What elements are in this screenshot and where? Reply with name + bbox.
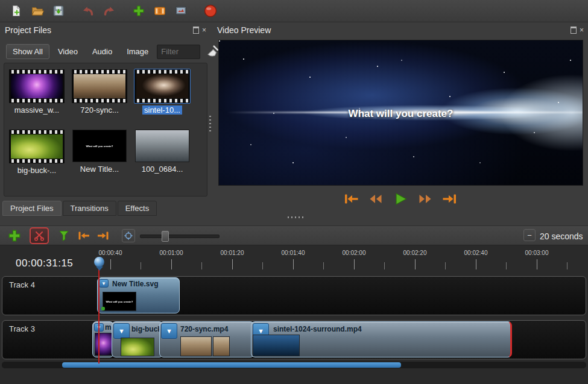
project-files-title: Project Files xyxy=(5,25,51,36)
timeline-scrollbar-thumb[interactable] xyxy=(62,362,401,368)
title-thumbnail: What will you create? xyxy=(72,130,127,162)
undo-button[interactable] xyxy=(79,2,97,20)
ruler-tick xyxy=(445,262,446,269)
play-button[interactable] xyxy=(390,190,411,207)
ruler-tick-label: 00:02:40 xyxy=(464,250,488,256)
export-video-button[interactable] xyxy=(201,2,220,20)
track-name: Track 4 xyxy=(9,280,35,289)
clip-720-sync[interactable]: ▼ 720-sync.mp4 xyxy=(159,321,254,357)
clip-menu-chevron-icon[interactable]: ▼ xyxy=(113,323,130,339)
undock-icon[interactable] xyxy=(193,27,199,34)
playhead-line xyxy=(98,269,100,364)
video-preview-frame[interactable]: What will you create? xyxy=(218,40,583,186)
audio-filter-button[interactable]: Audio xyxy=(86,45,118,58)
file-item[interactable]: What will you create? New Title... xyxy=(68,127,131,187)
clip-massive[interactable]: ▼ m xyxy=(92,321,114,357)
image-filter-button[interactable]: Image xyxy=(121,45,154,58)
tab-transitions[interactable]: Transitions xyxy=(63,201,116,216)
clip-thumbnail xyxy=(253,335,300,356)
center-playhead-button[interactable] xyxy=(122,229,135,242)
ruler-tick xyxy=(415,259,416,269)
main-toolbar xyxy=(0,0,588,22)
close-icon[interactable]: × xyxy=(202,27,206,33)
horizontal-splitter-handle[interactable] xyxy=(288,216,304,218)
next-marker-icon xyxy=(96,230,110,241)
previous-marker-icon xyxy=(77,230,90,241)
save-project-button[interactable] xyxy=(49,2,68,20)
file-label: 100_0684... xyxy=(142,165,183,174)
show-all-filter-button[interactable]: Show All xyxy=(6,44,49,59)
playhead-pointer xyxy=(96,266,103,271)
project-files-list: massive_w... 720-sync... sintel-10... bi… xyxy=(4,63,207,197)
timeline-ruler[interactable]: 00:00:40 00:01:00 00:01:20 00:01:40 00:0… xyxy=(0,245,588,274)
image-thumbnail xyxy=(135,130,189,162)
rewind-button[interactable] xyxy=(365,190,386,207)
open-project-button[interactable] xyxy=(28,2,46,20)
file-item[interactable]: 720-sync... xyxy=(68,67,131,127)
close-icon[interactable]: × xyxy=(580,27,584,33)
export-icon xyxy=(203,4,218,18)
file-item[interactable]: massive_w... xyxy=(5,67,68,127)
timeline-area: 00:00:31:15 00:00:40 00:01:00 00:01:20 0… xyxy=(0,245,588,384)
add-track-button[interactable] xyxy=(7,228,22,243)
clip-bigbuck[interactable]: ▼ big-buck- xyxy=(112,321,163,357)
track-3[interactable]: Track 3 ▼ m ▼ big-buck- ▼ 720-sync.mp4 ▼… xyxy=(2,320,586,359)
clip-label: New Title.svg xyxy=(112,280,158,288)
file-item-selected[interactable]: sintel-10... xyxy=(131,67,194,127)
clip-label: sintel-1024-surround.mp4 xyxy=(273,325,362,333)
previous-marker-button[interactable] xyxy=(77,230,90,241)
snapping-button[interactable] xyxy=(58,230,70,242)
fast-forward-button[interactable] xyxy=(415,190,435,207)
ruler-tick xyxy=(110,259,111,269)
clip-menu-chevron-icon[interactable]: ▼ xyxy=(99,279,109,288)
video-thumbnail xyxy=(72,69,127,103)
zoom-out-button[interactable]: − xyxy=(523,229,536,241)
zoom-slider-handle[interactable] xyxy=(162,231,169,242)
ruler-tick-label: 00:02:20 xyxy=(403,250,427,256)
center-playhead-icon xyxy=(124,231,133,241)
undock-icon[interactable] xyxy=(571,27,577,34)
file-label: sintel-10... xyxy=(142,105,182,115)
file-item[interactable]: 100_0684... xyxy=(131,127,194,187)
ruler-tick xyxy=(293,259,294,269)
jump-start-button[interactable] xyxy=(341,190,361,207)
ruler-tick-label: 00:01:40 xyxy=(282,250,305,256)
file-label: 720-sync... xyxy=(80,105,119,115)
filter-input[interactable] xyxy=(157,45,200,59)
minus-icon: − xyxy=(527,231,532,240)
clip-sintel[interactable]: ▼ sintel-1024-surround.mp4 xyxy=(251,321,512,357)
razor-tool-button[interactable] xyxy=(30,227,49,244)
track-name: Track 3 xyxy=(9,324,35,333)
clip-new-title[interactable]: ▼ New Title.svg What will you create? xyxy=(97,277,180,313)
jump-end-icon xyxy=(441,192,458,206)
timeline-scrollbar[interactable] xyxy=(2,362,586,368)
video-thumbnail xyxy=(134,69,190,103)
thumbnail-caption: What will you create? xyxy=(86,145,113,148)
tab-project-files[interactable]: Project Files xyxy=(2,201,62,216)
jump-end-button[interactable] xyxy=(440,190,460,207)
clip-menu-chevron-icon[interactable]: ▼ xyxy=(161,323,177,339)
file-item[interactable]: big-buck-... xyxy=(5,127,68,187)
tab-effects[interactable]: Effects xyxy=(118,201,157,216)
ruler-tick xyxy=(232,259,233,269)
redo-button[interactable] xyxy=(100,2,118,20)
choose-profile-button[interactable] xyxy=(151,2,169,20)
fullscreen-button[interactable] xyxy=(172,2,190,20)
undo-icon xyxy=(81,4,95,17)
playhead-handle[interactable] xyxy=(94,257,104,267)
vertical-splitter-handle[interactable] xyxy=(209,116,211,131)
track-4[interactable]: Track 4 ▼ New Title.svg What will you cr… xyxy=(2,276,586,315)
import-files-button[interactable] xyxy=(130,2,148,20)
next-marker-button[interactable] xyxy=(96,230,110,241)
file-filter-row: Show All Video Audio Image xyxy=(6,44,220,59)
ruler-tick xyxy=(567,262,567,269)
clear-filter-broom-icon[interactable] xyxy=(205,45,220,59)
zoom-slider-track[interactable] xyxy=(140,234,220,238)
ruler-tick-label: 00:03:00 xyxy=(525,250,549,256)
new-project-button[interactable] xyxy=(7,2,25,20)
video-preview-dock-controls: × xyxy=(571,27,584,34)
clip-thumbnail: What will you create? xyxy=(103,292,136,311)
video-filter-button[interactable]: Video xyxy=(52,45,84,58)
ruler-tick-label: 00:01:20 xyxy=(221,250,244,256)
ruler-tick xyxy=(323,262,324,269)
